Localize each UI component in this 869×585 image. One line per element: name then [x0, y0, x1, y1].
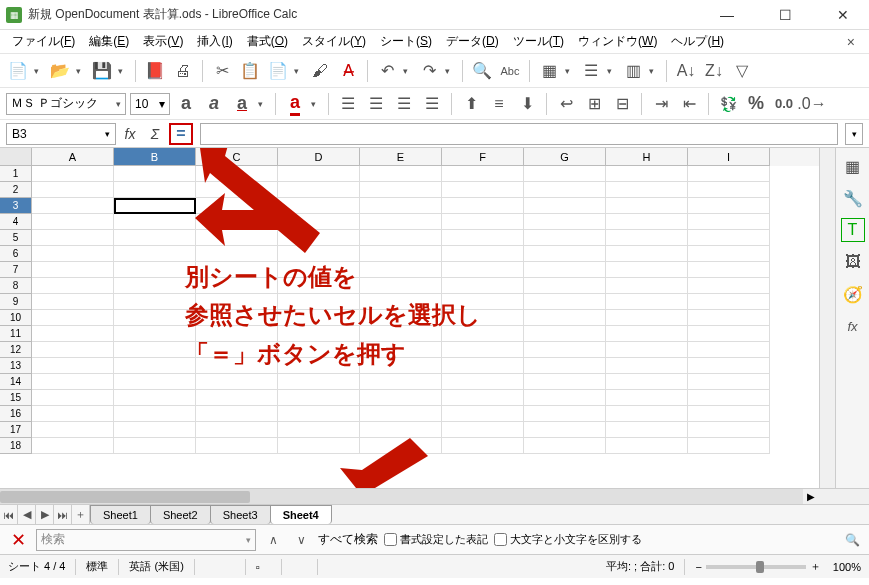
cell-A12[interactable]	[32, 342, 114, 358]
cell-G14[interactable]	[524, 374, 606, 390]
cell-H18[interactable]	[606, 438, 688, 454]
hscroll-thumb[interactable]	[0, 491, 250, 503]
cell-F1[interactable]	[442, 166, 524, 182]
cell-A16[interactable]	[32, 406, 114, 422]
minimize-button[interactable]: —	[707, 7, 747, 23]
cell-F4[interactable]	[442, 214, 524, 230]
cell-H10[interactable]	[606, 310, 688, 326]
cell-I11[interactable]	[688, 326, 770, 342]
close-find-icon[interactable]: ✕	[6, 528, 30, 552]
cell-G4[interactable]	[524, 214, 606, 230]
col-header-b[interactable]: B	[114, 148, 196, 166]
search-input[interactable]: 検索 ▾	[36, 529, 256, 551]
indent-inc-icon[interactable]: ⇥	[649, 92, 673, 116]
properties-icon[interactable]: 🔧	[841, 186, 865, 210]
row-header-15[interactable]: 15	[0, 390, 32, 406]
namebox-dropdown-icon[interactable]: ▾	[105, 129, 110, 139]
undo-icon[interactable]: ↶	[375, 59, 399, 83]
cell-I6[interactable]	[688, 246, 770, 262]
col-header-i[interactable]: I	[688, 148, 770, 166]
row-header-7[interactable]: 7	[0, 262, 32, 278]
row-header-18[interactable]: 18	[0, 438, 32, 454]
bold-icon[interactable]: a	[174, 92, 198, 116]
page-style[interactable]: 標準	[86, 559, 108, 574]
cell-F17[interactable]	[442, 422, 524, 438]
find-all-button[interactable]: すべて検索	[318, 531, 378, 548]
cell-H16[interactable]	[606, 406, 688, 422]
cell-A15[interactable]	[32, 390, 114, 406]
clone-fmt-icon[interactable]: 🖌	[308, 59, 332, 83]
cell-I10[interactable]	[688, 310, 770, 326]
autofilter-icon[interactable]: ▽	[730, 59, 754, 83]
align-right-icon[interactable]: ☰	[392, 92, 416, 116]
close-doc-button[interactable]: ×	[839, 32, 863, 52]
select-all-corner[interactable]	[0, 148, 32, 166]
cell-G15[interactable]	[524, 390, 606, 406]
align-justify-icon[interactable]: ☰	[420, 92, 444, 116]
valign-mid-icon[interactable]: ≡	[487, 92, 511, 116]
cell-I15[interactable]	[688, 390, 770, 406]
tab-prev-icon[interactable]: ◀	[18, 505, 36, 524]
cell-B12[interactable]	[114, 342, 196, 358]
unmerge-icon[interactable]: ⊟	[610, 92, 634, 116]
cell-H1[interactable]	[606, 166, 688, 182]
paste-dropdown[interactable]: ▾	[294, 66, 304, 76]
font-size-combo[interactable]: 10 ▾	[130, 93, 170, 115]
clear-fmt-icon[interactable]: A̶	[336, 59, 360, 83]
zoom-level[interactable]: 100%	[833, 561, 861, 573]
cell-A2[interactable]	[32, 182, 114, 198]
cell-B6[interactable]	[114, 246, 196, 262]
open-icon[interactable]: 📂	[48, 59, 72, 83]
row-header-12[interactable]: 12	[0, 342, 32, 358]
cell-E3[interactable]	[360, 198, 442, 214]
sort-desc-icon[interactable]: Z↓	[702, 59, 726, 83]
cell-I2[interactable]	[688, 182, 770, 198]
spreadsheet-grid[interactable]: A B C D E F G H I 1234567891011121314151…	[0, 148, 819, 488]
cell-I4[interactable]	[688, 214, 770, 230]
cell-G1[interactable]	[524, 166, 606, 182]
cell-H17[interactable]	[606, 422, 688, 438]
horizontal-scrollbar[interactable]: ▶	[0, 488, 869, 504]
cell-I14[interactable]	[688, 374, 770, 390]
spellcheck-icon[interactable]: Abc	[498, 59, 522, 83]
print-icon[interactable]: 🖨	[171, 59, 195, 83]
cell-B10[interactable]	[114, 310, 196, 326]
menu-tools[interactable]: ツール(T)	[507, 30, 570, 53]
cell-F5[interactable]	[442, 230, 524, 246]
number-icon[interactable]: 0.0	[772, 92, 796, 116]
hscroll-right-icon[interactable]: ▶	[803, 489, 819, 504]
cell-I12[interactable]	[688, 342, 770, 358]
calc-result[interactable]: 平均: ; 合計: 0	[606, 559, 674, 574]
menu-insert[interactable]: 挿入(I)	[191, 30, 238, 53]
cell-A11[interactable]	[32, 326, 114, 342]
align-left-icon[interactable]: ☰	[336, 92, 360, 116]
cell-H8[interactable]	[606, 278, 688, 294]
save-icon[interactable]: 💾	[90, 59, 114, 83]
cell-E5[interactable]	[360, 230, 442, 246]
cell-B9[interactable]	[114, 294, 196, 310]
navigator-icon[interactable]: 🧭	[841, 282, 865, 306]
cell-H7[interactable]	[606, 262, 688, 278]
row-header-2[interactable]: 2	[0, 182, 32, 198]
name-box[interactable]: B3 ▾	[6, 123, 116, 145]
cell-E17[interactable]	[360, 422, 442, 438]
zoom-out-icon[interactable]: −	[695, 561, 701, 573]
cell-E15[interactable]	[360, 390, 442, 406]
col-icon[interactable]: ▥	[621, 59, 645, 83]
percent-icon[interactable]: %	[744, 92, 768, 116]
functions-icon[interactable]: fx	[841, 314, 865, 338]
italic-icon[interactable]: a	[202, 92, 226, 116]
save-dropdown[interactable]: ▾	[118, 66, 128, 76]
new-dropdown[interactable]: ▾	[34, 66, 44, 76]
find-next-icon[interactable]: ∨	[290, 529, 312, 551]
cell-D15[interactable]	[278, 390, 360, 406]
cell-A5[interactable]	[32, 230, 114, 246]
tab-sheet3[interactable]: Sheet3	[210, 505, 271, 524]
cell-H15[interactable]	[606, 390, 688, 406]
row-header-5[interactable]: 5	[0, 230, 32, 246]
language[interactable]: 英語 (米国)	[129, 559, 183, 574]
cell-G12[interactable]	[524, 342, 606, 358]
cell-G9[interactable]	[524, 294, 606, 310]
col-header-a[interactable]: A	[32, 148, 114, 166]
tab-sheet1[interactable]: Sheet1	[90, 505, 151, 524]
